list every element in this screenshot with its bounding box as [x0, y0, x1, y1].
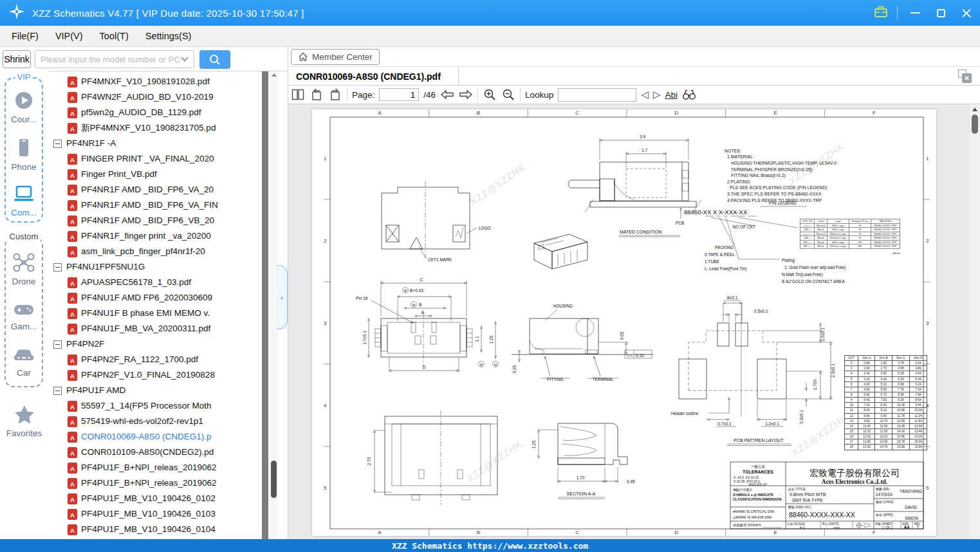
ckt-table-row: 1511.2012.30 14.1813.44 — [845, 428, 927, 434]
close-document-button[interactable]: ✕ — [958, 69, 972, 83]
sidebar-item-phone[interactable]: Phone — [6, 138, 42, 172]
zone-letters-top: ABCDEF — [330, 110, 923, 116]
menu-settings[interactable]: Settings(S) — [145, 31, 192, 41]
chevron-down-icon[interactable] — [181, 54, 188, 61]
tree-item[interactable]: PF4NU1F B phase EMI MEMO v. — [48, 306, 261, 321]
collapse-minus-icon[interactable] — [53, 263, 62, 271]
tree-item[interactable]: PF4NU1F_MB_VA_20200311.pdf — [48, 321, 261, 336]
lookup-input[interactable] — [558, 88, 636, 102]
svg-text:CLASSIFICATION DIMENSION: CLASSIFICATION DIMENSION — [733, 497, 782, 501]
tree-item[interactable]: APUASPEC56178_1_03.pdf — [48, 275, 261, 290]
engineering-drawing: XZZ@XZZHK XZZ@XZZHK XZZ@XZZHK XZZ@XZZHK — [312, 109, 936, 536]
tab-row: CONR010069-A8S0 (CNDEG1).pdf ✕ — [288, 67, 980, 86]
sidebar-item-computer[interactable]: Com... — [6, 185, 42, 217]
menu-file[interactable]: File(F) — [12, 31, 39, 41]
tree-item[interactable]: PF4NR1F AMD _BID_FP6_VA_FIN — [48, 198, 261, 213]
svg-text:14'/03/24: 14'/03/24 — [876, 492, 892, 497]
menu-vip[interactable]: VIP(V) — [55, 31, 83, 41]
tree-item[interactable]: 575419-whl-eds-vol2of2-rev1p1 — [48, 414, 261, 429]
tree-item[interactable]: PF4PN2F_RA_1122_1700.pdf — [48, 352, 261, 367]
lookup-label: Lookup — [525, 90, 553, 100]
tree-item[interactable]: pf5wn2g_AUDIO_DB_1129.pdf — [48, 105, 261, 120]
rotate-left-button[interactable] — [310, 87, 324, 102]
find-all-button[interactable] — [682, 87, 696, 102]
svg-text:A4: A4 — [904, 525, 910, 529]
tree-item[interactable]: PF4NU1FPF5NU1G — [48, 259, 261, 275]
close-button[interactable] — [958, 5, 975, 21]
previous-page-button[interactable] — [440, 87, 454, 102]
tree-item[interactable]: CONR010069-A8S0 (CNDEG1).p — [48, 429, 261, 445]
search-button[interactable] — [199, 50, 230, 69]
tree-item[interactable]: PF4MNXF_V10_1908191028.pdf — [48, 74, 261, 89]
tree-scrollbar-thumb[interactable] — [271, 461, 277, 498]
status-bar: XZZ Schematics https://www.xzztools.com — [0, 539, 980, 552]
license-briefcase-icon[interactable] — [874, 5, 888, 21]
panel-collapse-handle[interactable]: ‹ — [277, 265, 288, 329]
tree-scrollbar-dark[interactable] — [262, 71, 268, 539]
pdf-file-icon — [68, 200, 77, 211]
menu-tool[interactable]: Tool(T) — [100, 31, 129, 41]
sidebar-item-course[interactable]: Cour... — [6, 90, 42, 124]
tree-item[interactable]: PF4PN2F — [48, 336, 261, 352]
pdf-file-icon — [68, 277, 77, 288]
pdf-file-icon — [68, 354, 77, 365]
tree-item[interactable]: PF4NU1F AMD FP6_2020030609 — [48, 290, 261, 306]
collapse-minus-icon[interactable] — [53, 140, 62, 148]
page-number-input[interactable] — [379, 88, 419, 101]
two-page-view-button[interactable] — [291, 87, 305, 102]
housing-label: HOUSING — [553, 304, 573, 308]
collapse-minus-icon[interactable] — [53, 387, 62, 395]
tree-item[interactable]: PF4NR1F AMD _BID_FP6_VB_20 — [48, 213, 261, 228]
member-center-button[interactable]: Member Center — [291, 49, 380, 65]
tree-item[interactable]: 新PF4MNXF_V10_1908231705.pd — [48, 120, 261, 136]
pdf-file-icon — [68, 185, 77, 196]
tree-item[interactable]: CONR010109-A8S0(CNDEG2).pd — [48, 445, 261, 460]
tree-item[interactable]: PF4PU1F_B+NPI_releas_2019062 — [48, 475, 261, 491]
tree-item[interactable]: PF4NR1F -A — [48, 136, 261, 151]
tree-item[interactable]: PF4PN2F_V1.0_FINAL_20190828 — [48, 367, 261, 383]
tree-item[interactable]: PF4PU1F_MB_V10_190426_0104 — [48, 522, 261, 537]
scroll-up-arrow-icon[interactable] — [972, 107, 977, 111]
tree-item[interactable]: FINGER PRINT _VA_FINAL_2020 — [48, 151, 261, 167]
document-scrollbar-thumb[interactable] — [972, 115, 978, 134]
find-previous-button[interactable]: ◁ — [641, 89, 649, 100]
maximize-button[interactable] — [932, 5, 949, 21]
rotate-right-button[interactable] — [328, 87, 342, 102]
dim-c: C — [420, 277, 423, 282]
sidebar-item-drone[interactable]: Drone — [6, 252, 42, 286]
sidebar-item-favorites[interactable]: Favorites — [0, 404, 48, 438]
binoculars-icon — [682, 89, 696, 100]
back-arrow-icon — [440, 89, 454, 100]
zoom-in-button[interactable] — [483, 87, 497, 102]
document-scrollbar[interactable] — [970, 104, 980, 539]
minimize-button[interactable] — [907, 5, 923, 21]
drawing-title-1: 0.8mm Pitch WTB — [790, 492, 826, 497]
tree-item[interactable]: 55597_1_14(FP5 Processor Moth — [48, 398, 261, 414]
dim-b: B — [419, 302, 421, 307]
match-case-button[interactable]: Abi — [665, 90, 678, 100]
ckt-table-row: 128.809.90 11.7811.04 — [845, 413, 927, 418]
collapse-minus-icon[interactable] — [53, 340, 62, 349]
tree-item[interactable]: PF4NR1F_finger print _va_20200 — [48, 228, 261, 244]
shrink-button[interactable]: Shrink — [3, 50, 31, 68]
sidebar-item-car[interactable]: Car — [6, 346, 42, 378]
tree-item[interactable]: PF4WN2F_AUDIO_BD_V10-2019 — [48, 89, 261, 105]
no-of-ckt-label: NO OF CKT — [733, 225, 755, 229]
document-tab[interactable]: CONR010069-A8S0 (CNDEG1).pdf — [288, 67, 459, 86]
drawing-number: 88460-XXXX-XXX-XX — [789, 511, 855, 519]
tree-item[interactable]: PF4PU1F_B+NPI_releas_2019062 — [48, 460, 261, 475]
find-next-button[interactable]: ▷ — [653, 89, 661, 100]
tree-item[interactable]: asm_link_pcb_finger_pf4nr1f-20 — [48, 244, 261, 259]
search-row: Shrink — [0, 47, 288, 71]
tree-item[interactable]: PF4PU1F_MB_V10_190426_0103 — [48, 506, 261, 522]
tree-item[interactable]: PF4PU1F AMD — [48, 383, 261, 398]
zoom-out-button[interactable] — [501, 87, 515, 102]
tree-item[interactable]: Finger Print_VB.pdf — [48, 167, 261, 182]
next-page-button[interactable] — [459, 87, 473, 102]
tree-item[interactable]: PF4PU1F_MB_V10_190426_0102 — [48, 491, 261, 506]
header-outline-label: Header outline — [671, 411, 699, 416]
scroll-up-arrow-icon[interactable] — [272, 73, 277, 77]
search-input[interactable] — [35, 55, 182, 64]
tree-item[interactable]: PF4NR1F AMD _BID_FP6_VA_20 — [48, 182, 261, 198]
sidebar-item-game[interactable]: Gam... — [6, 301, 42, 331]
